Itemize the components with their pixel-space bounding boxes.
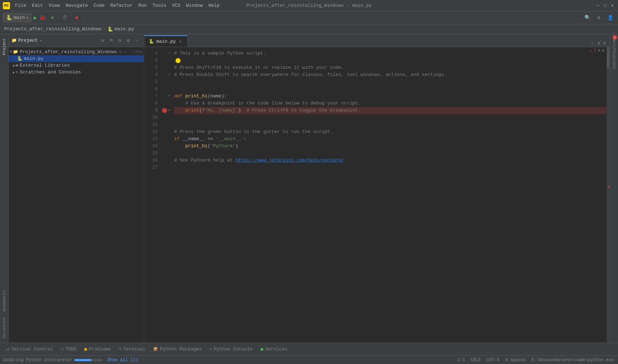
chevron-down-icon: ▾ <box>26 16 28 20</box>
tree-item-root[interactable]: ▼ 📁 Projects_after_reinstalling_Windows … <box>9 48 144 55</box>
tree-item-external-libs[interactable]: ▶ ⊞ External Libraries <box>9 62 144 69</box>
bottom-tab-version-control[interactable]: ⎇ Version Control <box>1 344 57 355</box>
code-comment-3: # Press Shift+F10 to execute it or repla… <box>174 64 344 71</box>
sidebar-dropdown-icon[interactable]: ▾ <box>40 39 42 43</box>
breadcrumb-file[interactable]: main.py <box>115 26 134 32</box>
tab-menu-button[interactable]: ⋮ <box>589 40 595 47</box>
fn-print: print <box>185 107 199 114</box>
code-line-9: print(f'Hi, {name}') # Press Ctrl+F8 to … <box>174 107 609 114</box>
menu-vcs[interactable]: VCS <box>170 2 182 9</box>
scroll-down-btn[interactable]: ∨ <box>602 40 607 47</box>
code-line-16: # See PyCharm help at https://www.jetbra… <box>174 157 609 164</box>
menu-help[interactable]: Help <box>206 2 222 9</box>
right-tab-notifications[interactable]: Notifications <box>611 36 618 72</box>
bottom-tab-terminal[interactable]: ⌨ Terminal <box>115 344 149 355</box>
bottom-tabs: ⎇ Version Control ☑ TODO Problems ⌨ Term… <box>0 343 618 355</box>
menu-view[interactable]: View <box>46 2 62 9</box>
todo-icon: ☑ <box>61 347 64 352</box>
encoding-indicator[interactable]: UTF-8 <box>485 358 501 363</box>
status-progress: Updating Python interpreter <box>3 358 103 363</box>
code-line-7: def print_hi(name): <box>174 93 609 100</box>
run-button[interactable]: ▶ <box>34 14 37 21</box>
tab-close-button[interactable]: ✕ <box>178 39 183 44</box>
bottom-tab-services[interactable]: Services <box>257 344 291 355</box>
menu-tools[interactable]: Tools <box>150 2 168 9</box>
breadcrumb-project[interactable]: Projects_after_reinstalling_Windows <box>4 26 102 32</box>
gutter-area: → ⌐ ⌐ ⌐ <box>161 47 171 343</box>
code-line-12: # Press the green button in the gutter t… <box>174 128 609 135</box>
sidebar-settings-button[interactable]: ⚙ <box>125 37 132 45</box>
side-tab-bookmarks[interactable]: Bookmarks <box>1 287 8 314</box>
updating-text: Updating Python interpreter <box>3 358 72 363</box>
run-config-dropdown[interactable]: 🐍 main ▾ <box>3 13 31 22</box>
title-bar: PC File Edit View Navigate Code Refactor… <box>0 0 618 11</box>
minimize-button[interactable]: ─ <box>595 3 601 9</box>
menu-code[interactable]: Code <box>91 2 107 9</box>
bottom-tab-python-console[interactable]: ⌨ Python Console <box>206 344 256 355</box>
code-line-4: # Press Double Shift to search everywher… <box>174 71 609 78</box>
scroll-to-top-btn[interactable]: ∧ <box>598 48 601 53</box>
tree-item-main-py[interactable]: 🐍 main.py <box>9 55 144 62</box>
code-editor[interactable]: 1 2 3 4 5 6 7 8 9 10 11 12 13 14 15 16 1… <box>144 47 609 343</box>
tab-file-icon: 🐍 <box>149 39 154 44</box>
scrollbar-thumb[interactable] <box>607 47 609 68</box>
warnings-indicator[interactable]: ⚠ 1 ∧ ∨ <box>588 47 607 54</box>
error-count-icon: ⚠ <box>590 48 592 53</box>
bottom-tab-label-vc: Version Control <box>11 347 53 352</box>
sidebar-hide-button[interactable]: ─ <box>133 37 141 45</box>
expand-arrow-external[interactable]: ▶ <box>13 63 15 68</box>
indent-indicator[interactable]: 4 spaces <box>504 358 527 363</box>
editor-tab-main-py[interactable]: 🐍 main.py ✕ <box>144 35 188 47</box>
gutter-arrow-line9: → <box>168 108 170 113</box>
interpreter-indicator[interactable]: E:\Anaconda\envs\name\python.exe <box>530 358 615 363</box>
menu-file[interactable]: File <box>13 2 28 9</box>
code-line-2 <box>174 57 609 64</box>
search-everywhere-button[interactable]: 🔍 <box>582 13 592 23</box>
show-all-button[interactable]: Show all (2) <box>106 358 139 363</box>
menu-edit[interactable]: Edit <box>30 2 45 9</box>
stop-button[interactable]: ■ <box>72 13 82 23</box>
sidebar-collapse-all-button[interactable]: ⊟ <box>116 37 124 45</box>
status-right: 1:1 CRLF UTF-8 4 spaces E:\Anaconda\envs… <box>456 358 615 363</box>
menu-navigate[interactable]: Navigate <box>64 2 90 9</box>
tab-bar: 🐍 main.py ✕ ⋮ ∧ ∨ <box>144 34 609 47</box>
line-col-indicator[interactable]: 1:1 <box>456 358 467 363</box>
settings-button[interactable]: ⚙ <box>594 13 604 23</box>
menu-refactor[interactable]: Refactor <box>108 2 135 9</box>
code-line-17 <box>174 164 609 171</box>
menu-run[interactable]: Run <box>136 2 149 9</box>
tree-item-scratches[interactable]: ▶ ✎ Scratches and Consoles <box>9 69 144 76</box>
scroll-to-bottom-btn[interactable]: ∨ <box>602 48 604 53</box>
window-title: Projects_after_reinstalling_Windows - ma… <box>246 3 371 8</box>
expand-arrow-scratches[interactable]: ▶ <box>13 70 15 75</box>
code-content[interactable]: # This is a sample Python script. # Pres… <box>171 47 609 343</box>
tab-bar-right: ⋮ ∧ ∨ <box>589 40 609 47</box>
vertical-scrollbar[interactable] <box>607 47 609 343</box>
debug-button[interactable]: 🐞 <box>39 15 45 21</box>
coverage-button[interactable]: ⊕ <box>47 13 57 23</box>
bottom-tab-python-packages[interactable]: 📦 Python Packages <box>150 344 205 355</box>
kw-if: if <box>174 135 182 143</box>
gutter-fold-line1: ⌐ <box>168 51 171 55</box>
breakpoint-dot-line9[interactable] <box>162 108 167 113</box>
close-button[interactable]: ✕ <box>609 3 615 9</box>
sidebar: 📁 Project ▾ ⊙ ≡ ⊟ ⚙ ─ ▼ 📁 Projects_after… <box>9 34 144 343</box>
terminal-icon: ⌨ <box>119 347 121 352</box>
scroll-up-btn[interactable]: ∧ <box>597 40 601 47</box>
bottom-tab-problems[interactable]: Problems <box>81 344 115 355</box>
help-link[interactable]: https://www.jetbrains.com/help/pycharm/ <box>235 157 344 164</box>
profile-button[interactable]: ⏱ <box>60 13 70 23</box>
window-controls: ─ □ ✕ <box>595 3 615 9</box>
bottom-tab-todo[interactable]: ☑ TODO <box>57 344 80 355</box>
side-tab-structure[interactable]: Structure <box>1 314 8 341</box>
side-tab-project[interactable]: Project <box>1 36 8 58</box>
editor-area: 🐍 main.py ✕ ⋮ ∧ ∨ 1 2 3 4 5 6 7 8 9 <box>144 34 609 343</box>
expand-arrow-root[interactable]: ▼ <box>10 50 12 54</box>
line-separator-indicator[interactable]: CRLF <box>469 358 482 363</box>
menu-window[interactable]: Window <box>184 2 205 9</box>
sidebar-expand-all-button[interactable]: ≡ <box>107 37 115 45</box>
account-button[interactable]: 👤 <box>605 13 615 23</box>
sidebar-scope-button[interactable]: ⊙ <box>99 37 107 45</box>
maximize-button[interactable]: □ <box>602 3 608 9</box>
yellow-bulb-line2[interactable] <box>176 58 181 63</box>
